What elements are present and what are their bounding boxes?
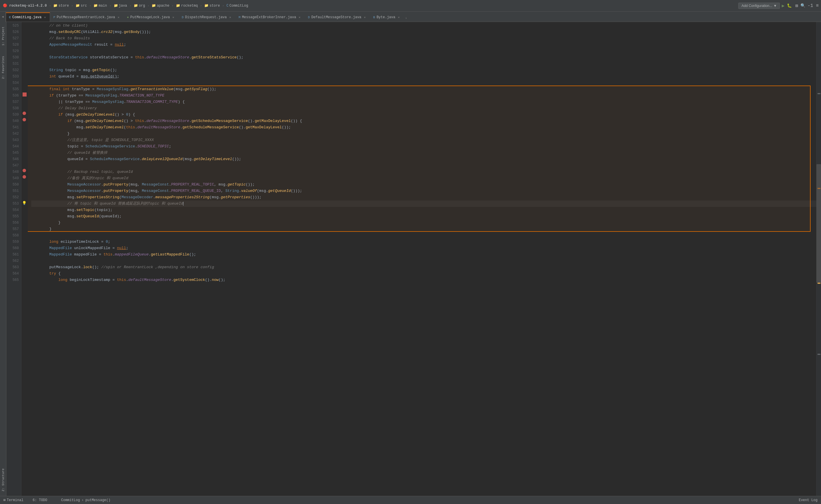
bc-main[interactable]: 📁 main: [93, 3, 107, 8]
linenum-553: 553: [6, 201, 19, 207]
bp549: [23, 175, 26, 180]
tab-close-dispatch[interactable]: ✕: [228, 15, 232, 19]
breadcrumb-project[interactable]: rocketmq-all-4.2.0: [9, 4, 47, 8]
linenum-535: 535: [6, 86, 19, 92]
toolbar-actions: ▶ 🐛 ⊞ 🔍 -1 ≡: [782, 3, 819, 9]
code-line-556: }: [31, 220, 816, 226]
code-line-558: [31, 232, 816, 239]
bc-apache[interactable]: 📁 apache: [151, 3, 169, 8]
linenum-527: 527: [6, 35, 19, 42]
tab-icon-put2: ●: [127, 16, 129, 19]
tab-label-dispatch: DispatchRequest.java: [185, 15, 227, 19]
tab-dispatchrequest[interactable]: D DispatchRequest.java ✕: [178, 12, 236, 22]
code-line-561: MappedFile mappedFile = this.mappedFileQ…: [31, 251, 816, 258]
code-line-537: || tranType == MessageSysFlag.TRANSACTIO…: [31, 99, 816, 105]
linenum-544: 544: [6, 143, 19, 150]
tab-commitlog[interactable]: C CommitLog.java ✕: [6, 12, 50, 22]
tab-defaultmessagestore[interactable]: D DefaultMessageStore.java ✕: [305, 12, 370, 22]
linenum-546: 546: [6, 156, 19, 162]
tab-messageextbrokerinner[interactable]: M MessageExtBrokerInner.java ✕: [236, 12, 305, 22]
code-line-532: String topic = msg.getTopic();: [31, 67, 816, 73]
code-line-531: [31, 61, 816, 67]
panel-project[interactable]: 1: Project: [1, 24, 5, 48]
code-line-559: long eclipseTimeInLock = 0;: [31, 239, 816, 245]
counter-badge: -1 ≡: [808, 3, 819, 8]
code-line-530: StoreStatsService storeStatsService = th…: [31, 54, 816, 61]
bc-store[interactable]: 📁 store: [53, 3, 69, 8]
search-button[interactable]: 🔍: [800, 3, 805, 8]
scroll-thumb[interactable]: [816, 164, 821, 283]
panel-favorites[interactable]: 2: Favorites: [1, 54, 5, 81]
code-line-552: msg.setPropertiesString(MessageDecoder.m…: [31, 194, 816, 201]
tab-close-default[interactable]: ✕: [363, 15, 367, 19]
bc-src[interactable]: 📁 src: [75, 3, 87, 8]
tab-putmessagereentrantlock[interactable]: P PutMessageReentrantLock.java ✕: [50, 12, 123, 22]
tab-close-put1[interactable]: ✕: [116, 15, 121, 19]
bc-java[interactable]: 📁 java: [114, 3, 127, 8]
code-line-526: msg.setBodyCRC(UtilAll.crc32(msg.getBody…: [31, 29, 816, 35]
linenum-550: 550: [6, 181, 19, 188]
bp539: [23, 112, 26, 116]
bc-main-label: main: [99, 4, 107, 8]
todo-btn[interactable]: 6: TODO: [33, 498, 47, 502]
bottom-method[interactable]: putMessage(): [85, 498, 110, 502]
add-config-button[interactable]: Add Configuration... ▼: [738, 3, 780, 9]
folder-icon-6: 📁: [151, 3, 156, 8]
scroll-marker-2: [818, 354, 820, 355]
linenum-542: 542: [6, 131, 19, 137]
event-log-btn[interactable]: Event Log: [799, 498, 818, 502]
folder-icon-5: 📁: [134, 3, 138, 8]
linenum-540: 540: [6, 118, 19, 124]
linenum-564: 564: [6, 270, 19, 277]
code-line-553: // 将 topic 和 queueId 替换成延迟队列的Topic 和 que…: [31, 201, 816, 207]
folder-icon-1: 📁: [53, 3, 58, 8]
bc-store2[interactable]: 📁 store: [204, 3, 220, 8]
code-line-551: MessageAccessor.putProperty(msg, Message…: [31, 188, 816, 194]
code-line-534: [31, 80, 816, 86]
run-button[interactable]: ▶: [782, 3, 785, 9]
linenum-565: 565: [6, 277, 19, 283]
terminal-btn[interactable]: ⊞ Terminal: [3, 498, 23, 502]
tab-close-msg[interactable]: ✕: [298, 15, 302, 19]
tab-putmessagelock[interactable]: ● PutMessageLock.java ✕: [124, 12, 178, 22]
bc-org[interactable]: 📁 org: [134, 3, 145, 8]
linenum-557: 557: [6, 226, 19, 232]
tab-label-default: DefaultMessageStore.java: [311, 15, 361, 19]
code-line-533: int queueId = msg.getQueueId();: [31, 73, 816, 80]
editor[interactable]: 525 526 527 528 529 530 531 532 533 534 …: [6, 22, 821, 496]
linenum-537: 537: [6, 99, 19, 105]
code-line-564: try {: [31, 270, 816, 277]
linenum-536: 536: [6, 92, 19, 99]
code-line-565: long beginLockTimestamp = this.defaultMe…: [31, 277, 816, 283]
panel-structure[interactable]: Z: Structure: [1, 466, 5, 494]
linenum-539: 539: [6, 112, 19, 118]
linenum-529: 529: [6, 48, 19, 54]
left-panel: 1: Project 2: Favorites Z: Structure: [0, 22, 6, 496]
linenum-525: 525: [6, 23, 19, 29]
linenum-554: 554: [6, 207, 19, 213]
linenum-543: 543: [6, 137, 19, 143]
right-scrollbar[interactable]: [816, 22, 821, 496]
tab-scroll-right[interactable]: ›: [405, 16, 407, 20]
tab-bar: ◀ C CommitLog.java ✕ P PutMessageReentra…: [0, 12, 821, 22]
code-line-535: final int tranType = MessageSysFlag.getT…: [31, 86, 816, 92]
linenum-552: 552: [6, 194, 19, 201]
tab-close-commitlog[interactable]: ✕: [43, 15, 47, 19]
layout-button[interactable]: ⊞: [795, 3, 798, 9]
bc-commitlog[interactable]: C CommitLog: [227, 4, 248, 8]
code-line-527: // Back to Results: [31, 35, 816, 42]
code-area[interactable]: // on the client) msg.setBodyCRC(UtilAll…: [28, 22, 816, 496]
debug-button[interactable]: 🐛: [787, 3, 792, 8]
tab-close-byte[interactable]: ✕: [397, 15, 401, 19]
bottom-commitlog[interactable]: CommitLog: [61, 498, 80, 502]
tab-byte[interactable]: B Byte.java ✕: [370, 12, 404, 22]
linenum-558: 558: [6, 232, 19, 239]
tab-close-put2[interactable]: ✕: [171, 15, 175, 19]
bc-rocketmq-label: rocketmq: [181, 4, 198, 8]
panel-toggle[interactable]: ◀: [0, 12, 6, 22]
linenum-533: 533: [6, 73, 19, 80]
code-line-546: queueId = ScheduleMessageService.delayLe…: [31, 156, 816, 162]
bc-rocketmq[interactable]: 📁 rocketmq: [176, 3, 198, 8]
bc-apache-label: apache: [157, 4, 169, 8]
bp535: [23, 92, 26, 97]
